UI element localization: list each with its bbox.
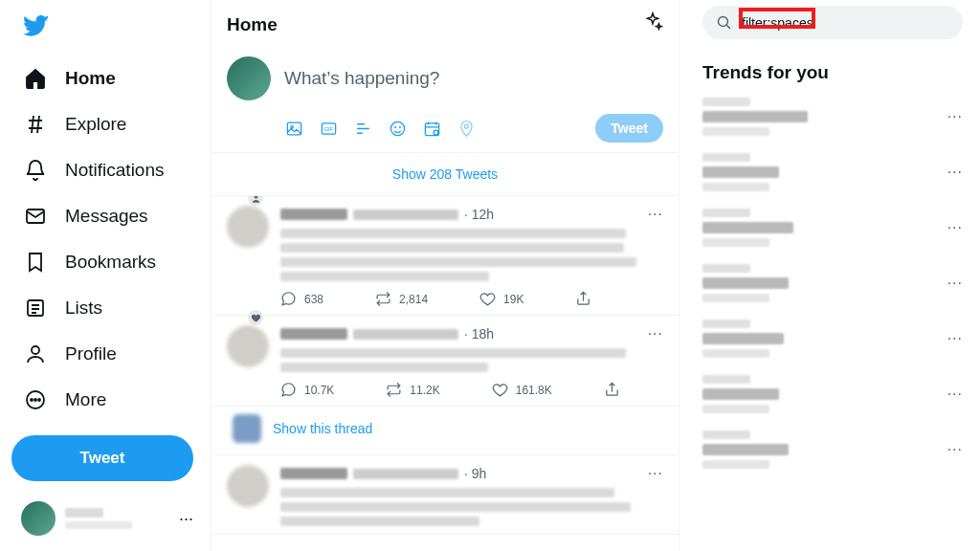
more-icon: ···	[179, 509, 193, 529]
retweet-button[interactable]: 2,814	[375, 291, 428, 307]
more-icon	[23, 387, 48, 412]
page-title: Home	[227, 14, 278, 35]
trend-item[interactable]: ···	[702, 422, 963, 477]
compose-box: What’s happening? GIF Tweet	[212, 49, 679, 153]
avatar	[227, 206, 269, 248]
tweet-more-icon[interactable]: ···	[648, 206, 663, 223]
avatar	[233, 414, 261, 443]
trend-more-icon[interactable]: ···	[947, 330, 963, 347]
main-feed: Home What’s happening? GIF Tweet	[211, 0, 679, 551]
follow-badge-icon	[248, 196, 263, 206]
like-button[interactable]: 19K	[479, 291, 523, 307]
svg-rect-14	[425, 122, 438, 135]
show-thread-link[interactable]: Show this thread	[212, 407, 679, 455]
twitter-logo[interactable]	[11, 8, 203, 53]
bell-icon	[23, 158, 48, 183]
svg-point-13	[399, 126, 400, 127]
like-button[interactable]: 161.8K	[492, 382, 552, 398]
compose-input[interactable]: What’s happening?	[284, 68, 439, 89]
sparkle-icon[interactable]	[642, 11, 663, 37]
nav-explore[interactable]: Explore	[11, 102, 203, 146]
trend-more-icon[interactable]: ···	[947, 108, 963, 125]
liked-badge-icon	[248, 310, 263, 325]
trends-panel: Trends for you ·····················	[702, 55, 963, 477]
reply-button[interactable]: 638	[280, 291, 323, 307]
nav-profile[interactable]: Profile	[11, 332, 203, 376]
tweet-actions: 10.7K 11.2K 161.8K	[280, 382, 663, 398]
svg-point-6	[38, 399, 40, 401]
nav-more[interactable]: More	[11, 378, 203, 422]
tweet-text	[280, 348, 663, 372]
trend-item[interactable]: ···	[702, 200, 963, 255]
schedule-icon[interactable]	[422, 119, 441, 138]
nav-notifications[interactable]: Notifications	[11, 148, 203, 192]
tweet-text	[280, 488, 663, 526]
svg-point-2	[32, 346, 39, 354]
tweet-time: · 12h	[464, 207, 494, 222]
avatar	[21, 501, 56, 536]
svg-text:GIF: GIF	[323, 125, 333, 131]
media-icon[interactable]	[284, 119, 303, 138]
search-box[interactable]	[702, 6, 963, 39]
nav-messages[interactable]: Messages	[11, 194, 203, 238]
bookmark-icon	[23, 250, 48, 275]
tweet-more-icon[interactable]: ···	[648, 465, 663, 482]
svg-point-5	[34, 399, 36, 401]
nav-label: Messages	[65, 206, 148, 227]
svg-point-18	[718, 16, 727, 26]
nav-lists[interactable]: Lists	[11, 286, 203, 330]
trend-more-icon[interactable]: ···	[947, 164, 963, 181]
trend-item[interactable]: ···	[702, 255, 963, 311]
trend-more-icon[interactable]: ···	[947, 386, 963, 403]
trend-item[interactable]: ···	[702, 311, 963, 366]
svg-rect-7	[287, 122, 301, 135]
svg-point-17	[254, 196, 257, 198]
search-input[interactable]	[742, 15, 949, 31]
show-more-tweets[interactable]: Show 208 Tweets	[212, 153, 679, 196]
trend-item[interactable]: ···	[702, 89, 963, 144]
tweet-text	[280, 229, 663, 281]
avatar	[227, 56, 271, 100]
nav-label: Explore	[65, 114, 126, 135]
account-menu[interactable]: ···	[11, 494, 203, 543]
tweet-more-icon[interactable]: ···	[648, 325, 663, 342]
tweet-time: · 9h	[464, 466, 486, 481]
nav-label: Lists	[65, 298, 102, 319]
location-icon[interactable]	[457, 119, 476, 138]
poll-icon[interactable]	[353, 119, 372, 138]
profile-icon	[23, 342, 48, 366]
svg-point-12	[394, 126, 395, 127]
mail-icon	[23, 204, 48, 229]
avatar	[227, 325, 269, 367]
gif-icon[interactable]: GIF	[319, 119, 338, 138]
svg-point-4	[31, 399, 33, 401]
avatar	[227, 465, 269, 507]
compose-tweet-button[interactable]: Tweet	[595, 114, 663, 143]
trend-more-icon[interactable]: ···	[947, 275, 963, 292]
share-button[interactable]	[575, 291, 591, 307]
hash-icon	[23, 112, 48, 137]
trend-more-icon[interactable]: ···	[947, 219, 963, 236]
svg-point-16	[464, 124, 468, 128]
tweet[interactable]: · 9h ···	[212, 455, 679, 535]
trend-more-icon[interactable]: ···	[947, 441, 963, 458]
right-column: Trends for you ·····················	[679, 0, 980, 551]
share-button[interactable]	[604, 382, 620, 398]
trend-item[interactable]: ···	[702, 144, 963, 200]
tweet[interactable]: · 12h ··· 638 2,814 19K	[212, 196, 679, 316]
emoji-icon[interactable]	[388, 119, 407, 138]
tweet-actions: 638 2,814 19K	[280, 291, 663, 307]
retweet-button[interactable]: 11.2K	[386, 382, 439, 398]
nav-bookmarks[interactable]: Bookmarks	[11, 240, 203, 284]
nav-home[interactable]: Home	[11, 56, 203, 100]
svg-point-15	[434, 130, 438, 135]
home-icon	[23, 66, 48, 91]
trend-item[interactable]: ···	[702, 366, 963, 422]
nav-label: Home	[65, 68, 116, 89]
trends-title: Trends for you	[702, 55, 963, 89]
tweet[interactable]: · 18h ··· 10.7K 11.2K 161.8K	[212, 316, 679, 407]
tweet-button[interactable]: Tweet	[11, 435, 193, 481]
reply-button[interactable]: 10.7K	[280, 382, 334, 398]
sidebar: HomeExploreNotificationsMessagesBookmark…	[0, 0, 211, 551]
nav-label: Bookmarks	[65, 252, 156, 273]
